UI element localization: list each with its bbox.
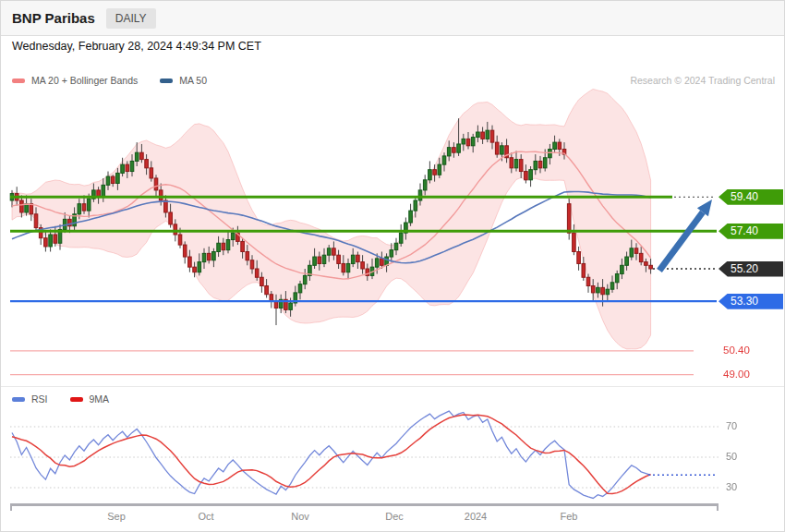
x-axis-label-feb: Feb bbox=[561, 511, 578, 522]
rsi-label: RSI bbox=[31, 393, 48, 405]
chart-timestamp: Wednesday, February 28, 2024 4:49:34 PM … bbox=[12, 40, 261, 53]
x-axis-label-2024: 2024 bbox=[465, 511, 487, 522]
rsi-tick-70: 70 bbox=[726, 420, 737, 431]
ma20-bollinger-swatch-icon bbox=[12, 79, 25, 83]
legend-item-rsi: RSI bbox=[12, 393, 48, 405]
header-bar: BNP Paribas DAILY bbox=[1, 1, 784, 36]
x-axis-right-tick bbox=[717, 503, 719, 511]
ma20-bollinger-label: MA 20 + Bollinger Bands bbox=[31, 75, 138, 86]
x-axis-label-sep: Sep bbox=[107, 511, 126, 522]
price-chart-canvas[interactable] bbox=[1, 89, 784, 384]
rsi-9ma-swatch-icon bbox=[70, 397, 83, 402]
trading-central-chart-widget: BNP Paribas DAILY Wednesday, February 28… bbox=[0, 0, 785, 532]
ma50-label: MA 50 bbox=[179, 75, 207, 86]
price-legend: MA 20 + Bollinger Bands MA 50 bbox=[12, 75, 207, 86]
x-axis-label-oct: Oct bbox=[198, 511, 213, 522]
price-tag-resistance-2: 57.40 bbox=[719, 224, 783, 239]
x-axis-label-dec: Dec bbox=[385, 511, 404, 522]
price-tag-last-price: 55.20 bbox=[719, 261, 783, 277]
panel-divider bbox=[1, 386, 784, 387]
price-label-support-2: 50.40 bbox=[723, 345, 750, 356]
rsi-9ma-label: 9MA bbox=[90, 393, 110, 405]
legend-item-ma50: MA 50 bbox=[160, 75, 207, 86]
rsi-swatch-icon bbox=[12, 397, 25, 402]
rsi-legend: RSI 9MA bbox=[12, 393, 109, 405]
rsi-tick-30: 30 bbox=[726, 481, 737, 492]
x-axis-bar bbox=[10, 503, 719, 506]
price-tag-support-1: 53.30 bbox=[719, 294, 783, 309]
rsi-tick-50: 50 bbox=[726, 451, 737, 462]
price-label-support-3: 49.00 bbox=[723, 369, 750, 380]
rsi-chart-canvas[interactable] bbox=[1, 407, 784, 503]
legend-item-ma20-bollinger: MA 20 + Bollinger Bands bbox=[12, 75, 138, 86]
ma50-swatch-icon bbox=[160, 79, 173, 83]
research-credit: Research © 2024 Trading Central bbox=[630, 75, 775, 86]
ticker-title: BNP Paribas bbox=[12, 10, 95, 26]
x-axis-label-nov: Nov bbox=[291, 511, 309, 522]
x-axis-left-tick bbox=[10, 503, 12, 511]
price-tag-resistance-1: 59.40 bbox=[719, 189, 783, 205]
timeframe-badge[interactable]: DAILY bbox=[106, 8, 156, 29]
legend-item-9ma: 9MA bbox=[70, 393, 110, 405]
